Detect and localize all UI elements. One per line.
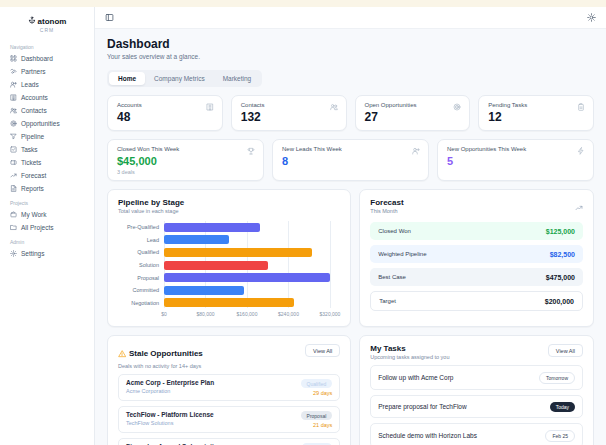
nav-section-label-admin: Admin [0,234,94,247]
forecast-row-label: Closed Won [378,228,411,234]
forecast-row-value: $125,000 [546,228,575,235]
sidebar-item-dashboard[interactable]: Dashboard [0,52,94,65]
kpi-value: 48 [117,110,213,124]
tasks-header: My Tasks Upcoming tasks assigned to you … [370,344,583,360]
sidebar-toggle-button[interactable] [105,13,114,22]
sidebar-item-label: Contacts [21,107,47,114]
sidebar-item-all-projects[interactable]: All Projects [0,221,94,234]
trending-up-icon [10,172,17,180]
pipeline-header: Pipeline by Stage Total value in each st… [118,198,340,214]
week-card-value: 5 [447,155,584,167]
task-item-follow-up-with-acme-corp[interactable]: Follow up with Acme CorpTomorrow [370,365,583,390]
dashboard-tabs: HomeCompany MetricsMarketing [107,70,262,87]
forecast-row-target: Target$200,000 [370,291,583,311]
forecast-rows: Closed Won$125,000Weighted Pipeline$82,5… [370,222,583,311]
alert-triangle-icon [118,344,126,362]
forecast-row-value: $200,000 [545,298,574,305]
sidebar-item-leads[interactable]: Leads [0,78,94,91]
week-card-value: $45,000 [117,155,254,167]
task-due-badge: Today [550,402,575,412]
x-tick-label: $80,000 [196,311,214,317]
week-row: Closed Won This Week$45,0003 dealsNew Le… [107,139,594,181]
stale-item-acme-corp-enterprise-plan[interactable]: Acme Corp - Enterprise PlanAcme Corporat… [118,374,340,401]
check-square-icon [10,146,17,154]
task-due-badge: Tomorrow [539,372,575,384]
chart-category-label: Committed [118,287,164,293]
task-label: Follow up with Acme Corp [378,374,453,381]
sidebar-nav: NavigationDashboardPartnersLeadsAccounts… [0,39,94,260]
sidebar-item-partners[interactable]: Partners [0,65,94,78]
forecast-row-value: $82,500 [550,251,575,258]
opportunity-company: TechFlow Solutions [126,420,214,426]
kpi-label: Accounts [117,102,213,108]
sidebar-item-pipeline[interactable]: Pipeline [0,130,94,143]
sidebar-item-label: Forecast [21,172,46,179]
sidebar-item-contacts[interactable]: Contacts [0,104,94,117]
chart-bar-track [164,297,338,310]
sidebar-item-forecast[interactable]: Forecast [0,169,94,182]
app-logo: atonom CRM [0,14,94,39]
kpi-value: 12 [488,110,584,124]
sidebar-item-tasks[interactable]: Tasks [0,143,94,156]
tab-home[interactable]: Home [109,72,145,85]
chart-category-label: Proposal [118,275,164,281]
funnel-icon [10,133,17,141]
stale-days: 21 days [313,422,332,428]
stale-item-pinnacle-annual-subscription[interactable]: Pinnacle - Annual SubscriptionPinnacle I… [118,438,340,445]
user-plus-icon [10,81,17,89]
opportunity-name: Acme Corp - Enterprise Plan [126,379,214,386]
stale-title: Stale Opportunities [129,349,203,358]
week-card-label: New Leads This Week [282,146,419,152]
sidebar-item-label: Partners [21,68,46,75]
target-icon [10,120,17,128]
sidebar-item-label: Leads [21,81,39,88]
tasks-title: My Tasks [370,344,449,353]
nav-section-label-navigation: Navigation [0,39,94,52]
sidebar-item-label: Tasks [21,146,38,153]
chart-row-pre-qualified: Pre-Qualified [118,221,340,234]
sidebar-item-reports[interactable]: Reports [0,182,94,195]
chart-category-label: Lead [118,237,164,243]
sidebar-item-opportunities[interactable]: Opportunities [0,117,94,130]
chart-row-solution: Solution [118,259,340,272]
forecast-row-weighted-pipeline: Weighted Pipeline$82,500 [370,245,583,263]
kpi-label: Contacts [241,102,337,108]
stale-item-techflow-platform-license[interactable]: TechFlow - Platform LicenseTechFlow Solu… [118,406,340,433]
week-card-note: 3 deals [117,169,254,175]
chart-category-label: Solution [118,262,164,268]
topbar [95,7,606,29]
theme-toggle-button[interactable] [587,13,596,22]
x-tick-label: $160,000 [237,311,258,317]
stale-subtitle: Deals with no activity for 14+ days [118,363,203,369]
chart-bar-committed [164,286,244,295]
task-item-schedule-demo-with-horizon-labs[interactable]: Schedule demo with Horizon LabsFeb 25 [370,423,583,445]
pipeline-subtitle: Total value in each stage [118,208,184,214]
chart-bar-track [164,271,338,284]
kpi-card-contacts: Contacts132 [231,95,347,131]
ticket-icon [10,159,17,167]
week-card-new-opportunities-this-week: New Opportunities This Week5 [437,139,594,181]
sidebar-item-my-work[interactable]: My Work [0,208,94,221]
chart-category-label: Qualified [118,249,164,255]
sidebar-item-settings[interactable]: Settings [0,247,94,260]
kpi-card-open-opportunities: Open Opportunities27 [355,95,471,131]
building-icon [10,94,17,102]
forecast-card: Forecast This Month Closed Won$125,000We… [359,189,594,327]
task-due-badge: Feb 25 [545,430,575,442]
chart-bar-track [164,259,338,272]
tab-marketing[interactable]: Marketing [214,72,261,85]
stale-view-all-button[interactable]: View All [305,344,340,357]
chart-category-label: Negotiation [118,300,164,306]
stale-opportunities-card: Stale Opportunities Deals with no activi… [107,335,351,445]
task-item-prepare-proposal-for-techflow[interactable]: Prepare proposal for TechFlowToday [370,395,583,418]
forecast-header: Forecast This Month [370,198,583,216]
sidebar-item-accounts[interactable]: Accounts [0,91,94,104]
tasks-view-all-button[interactable]: View All [548,344,583,357]
task-label: Prepare proposal for TechFlow [378,403,466,410]
kpi-card-accounts: Accounts48 [107,95,223,131]
sidebar-item-tickets[interactable]: Tickets [0,156,94,169]
sidebar-item-label: Dashboard [21,55,53,62]
tab-company-metrics[interactable]: Company Metrics [145,72,214,85]
stage-badge: Proposal [301,411,333,420]
sidebar-item-label: My Work [21,211,47,218]
